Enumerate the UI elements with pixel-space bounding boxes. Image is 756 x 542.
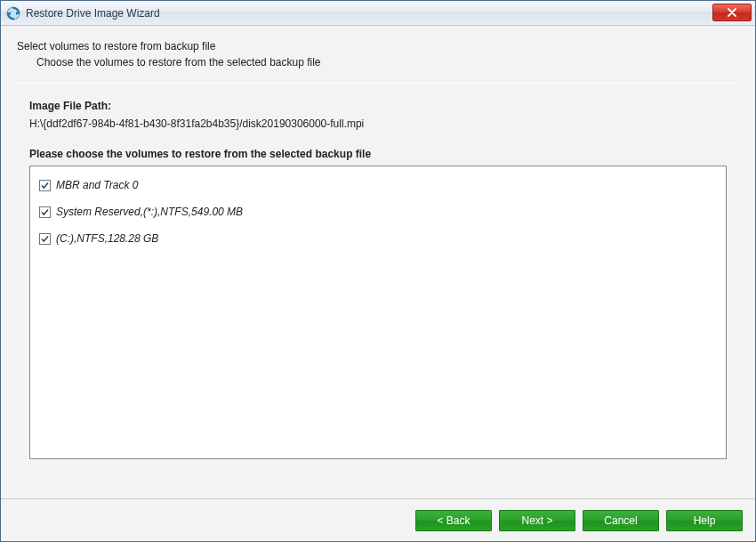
button-bar: < Back Next > Cancel Help <box>1 498 755 541</box>
title-bar: Restore Drive Image Wizard <box>1 1 755 26</box>
image-path-label: Image File Path: <box>29 100 727 112</box>
image-path-value: H:\{ddf2df67-984b-4f81-b430-8f31fa2b4b35… <box>29 117 727 130</box>
wizard-header: Select volumes to restore from backup fi… <box>1 26 755 77</box>
app-icon <box>6 6 20 20</box>
back-button[interactable]: < Back <box>415 510 492 531</box>
page-subheading: Choose the volumes to restore from the s… <box>36 56 739 69</box>
close-button[interactable] <box>712 4 752 21</box>
window-title: Restore Drive Image Wizard <box>26 7 160 20</box>
check-icon <box>40 181 50 190</box>
page-heading: Select volumes to restore from backup fi… <box>17 40 739 53</box>
volume-checkbox[interactable] <box>39 180 51 191</box>
wizard-body: Select volumes to restore from backup fi… <box>1 26 755 541</box>
volumes-listbox[interactable]: MBR and Track 0 System Reserved,(*:),NTF… <box>29 166 727 459</box>
volume-checkbox[interactable] <box>39 233 51 245</box>
wizard-window: Restore Drive Image Wizard Select volume… <box>0 0 756 542</box>
volume-row[interactable]: (C:),NTFS,128.28 GB <box>39 229 717 255</box>
volume-label: System Reserved,(*:),NTFS,549.00 MB <box>56 206 243 218</box>
check-icon <box>40 234 50 244</box>
volume-row[interactable]: MBR and Track 0 <box>39 175 717 202</box>
next-button[interactable]: Next > <box>499 510 575 531</box>
volume-label: MBR and Track 0 <box>56 179 138 191</box>
volume-checkbox[interactable] <box>39 206 51 218</box>
help-button[interactable]: Help <box>666 510 743 531</box>
volume-label: (C:),NTFS,128.28 GB <box>56 232 158 245</box>
wizard-content: Image File Path: H:\{ddf2df67-984b-4f81-… <box>1 84 755 498</box>
cancel-button[interactable]: Cancel <box>583 510 659 531</box>
check-icon <box>40 207 50 217</box>
volumes-prompt: Please choose the volumes to restore fro… <box>29 148 727 160</box>
close-icon <box>727 8 737 17</box>
volume-row[interactable]: System Reserved,(*:),NTFS,549.00 MB <box>39 202 717 229</box>
